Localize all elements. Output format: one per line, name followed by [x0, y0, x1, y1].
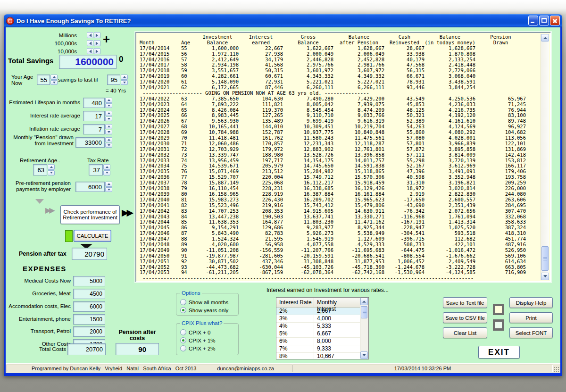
close-button[interactable]	[550, 16, 560, 25]
last-til-value: 95	[111, 76, 117, 83]
param-field[interactable]: 480	[83, 98, 105, 108]
rates-grid-scrollbar[interactable]	[360, 298, 368, 359]
exit-button[interactable]: EXIT	[478, 346, 520, 359]
radio-icon[interactable]	[180, 337, 186, 343]
rate-column-header[interactable]: Interest Rate	[276, 298, 314, 307]
your-age-spinner[interactable]	[50, 75, 58, 85]
param-field[interactable]: 33000	[75, 137, 105, 148]
param-spinner[interactable]	[105, 111, 112, 121]
stepper-right-icon[interactable]	[94, 40, 100, 46]
radio-icon[interactable]	[180, 329, 186, 335]
maximize-button[interactable]	[539, 16, 549, 25]
stepper-arrows[interactable]	[87, 40, 100, 46]
scrollbar-thumb[interactable]	[541, 246, 549, 271]
stepper-right-icon[interactable]	[94, 32, 100, 38]
results-scrollbar[interactable]	[541, 34, 549, 280]
spin-down-icon[interactable]	[105, 143, 112, 148]
rates-grid-row[interactable]: 4%5,333	[276, 323, 368, 330]
radio-option[interactable]: Show all months	[180, 298, 238, 306]
spin-down-icon[interactable]	[105, 103, 112, 108]
last-til-spinner[interactable]	[121, 75, 128, 85]
radio-option[interactable]: CPIX + 2%	[180, 344, 238, 352]
stepper-left-icon[interactable]	[87, 40, 93, 46]
spin-up-icon[interactable]	[105, 98, 112, 103]
spin-down-icon[interactable]	[105, 130, 112, 135]
stepper-left-icon[interactable]	[87, 48, 93, 54]
resize-grip-icon[interactable]	[554, 367, 559, 372]
calculate-button[interactable]: CALCULATE	[74, 230, 111, 242]
retirement-age-field[interactable]: 63	[33, 164, 47, 175]
rates-grid-row[interactable]: 7%9,333	[276, 345, 368, 353]
rates-grid-row[interactable]: 8%10,667	[276, 353, 368, 359]
monthly-interest-column-header[interactable]: Monthly Interest	[314, 298, 353, 307]
title-bar[interactable]: Do I Have Enough Savings To RETIRE?	[4, 14, 562, 27]
spin-up-icon[interactable]	[105, 182, 112, 187]
spin-down-icon[interactable]	[103, 170, 110, 176]
table-cell: 4,250,536	[424, 96, 475, 102]
spin-up-icon[interactable]	[121, 75, 128, 80]
spin-up-icon[interactable]	[105, 111, 112, 116]
spin-down-icon[interactable]	[121, 80, 128, 85]
spin-down-icon[interactable]	[48, 170, 55, 176]
check-performance-button[interactable]: Check performance of Retirement Investme…	[60, 205, 120, 224]
scroll-down-icon[interactable]	[541, 273, 549, 280]
spin-up-icon[interactable]	[105, 124, 112, 129]
spin-up-icon[interactable]	[48, 164, 55, 170]
list-color-swatch[interactable]	[493, 304, 504, 315]
expense-field[interactable]: 1500	[73, 314, 105, 325]
clear-list-button[interactable]: Clear List	[443, 327, 487, 338]
radio-icon[interactable]	[180, 307, 186, 313]
scroll-up-icon[interactable]	[541, 34, 549, 42]
param-spinner[interactable]	[105, 124, 112, 134]
expense-field[interactable]: 6000	[73, 301, 105, 312]
param-spinner[interactable]	[105, 98, 112, 108]
save-to-csv-button[interactable]: Save to CSV file	[443, 312, 487, 323]
results-list[interactable]: InvestmentInterestGrossBalanceCashBalanc…	[135, 32, 551, 282]
scroll-down-icon[interactable]	[360, 351, 368, 359]
stepper-arrows[interactable]	[87, 32, 100, 38]
spin-down-icon[interactable]	[105, 117, 112, 122]
tax-rate-spinner[interactable]	[103, 164, 110, 175]
param-spinner[interactable]	[105, 137, 112, 148]
print-button[interactable]: Print	[509, 312, 553, 323]
expense-field[interactable]: 5000	[73, 276, 105, 286]
expense-field[interactable]: 2000	[73, 326, 105, 337]
scroll-up-icon[interactable]	[360, 298, 368, 305]
radio-option[interactable]: CPIX + 0	[180, 328, 238, 336]
rates-grid-row[interactable]: 2%2,667	[276, 308, 368, 315]
rates-grid[interactable]: Interest Rate Monthly Interest 2%2,6673%…	[276, 297, 369, 359]
param-field[interactable]: 7	[83, 124, 105, 134]
rates-grid-row[interactable]: 6%8,000	[276, 338, 368, 345]
expense-field[interactable]: 4500	[73, 289, 105, 299]
rates-grid-row[interactable]: 5%6,667	[276, 330, 368, 338]
scrollbar-thumb[interactable]	[361, 306, 367, 318]
tax-rate-field[interactable]: 37	[89, 164, 103, 175]
your-age-field[interactable]: 55	[37, 75, 50, 85]
display-help-button[interactable]: Display Help	[509, 297, 553, 308]
spin-up-icon[interactable]	[50, 75, 58, 80]
spin-up-icon[interactable]	[105, 137, 112, 142]
table-cell: -156,559	[239, 248, 283, 253]
stepper-arrows[interactable]	[87, 48, 100, 54]
stepper-left-icon[interactable]	[87, 32, 93, 38]
pre-retirement-spinner[interactable]	[105, 182, 112, 192]
radio-option[interactable]: CPIX + 1%	[180, 336, 238, 344]
stepper-right-icon[interactable]	[94, 48, 100, 54]
spin-down-icon[interactable]	[50, 80, 58, 85]
select-font-button[interactable]: Select FONT	[509, 327, 553, 338]
minimize-button[interactable]	[528, 16, 538, 25]
radio-icon[interactable]	[180, 345, 186, 351]
spin-down-icon[interactable]	[105, 187, 112, 192]
last-til-field[interactable]: 95	[107, 75, 120, 85]
form-color-swatch[interactable]	[493, 319, 504, 331]
save-to-text-button[interactable]: Save to Text file	[443, 297, 487, 308]
radio-option[interactable]: Show years only	[180, 306, 238, 314]
param-field[interactable]: 17	[83, 111, 105, 121]
total-savings-field[interactable]: 1600000	[59, 55, 117, 69]
pre-retirement-field[interactable]: 6000	[75, 182, 105, 192]
spin-up-icon[interactable]	[103, 164, 110, 170]
rates-grid-row[interactable]: 3%4,000	[276, 315, 368, 323]
radio-icon[interactable]	[180, 299, 186, 305]
retirement-age-spinner[interactable]	[48, 164, 55, 175]
rates-grid-header[interactable]: Interest Rate Monthly Interest	[276, 298, 368, 308]
